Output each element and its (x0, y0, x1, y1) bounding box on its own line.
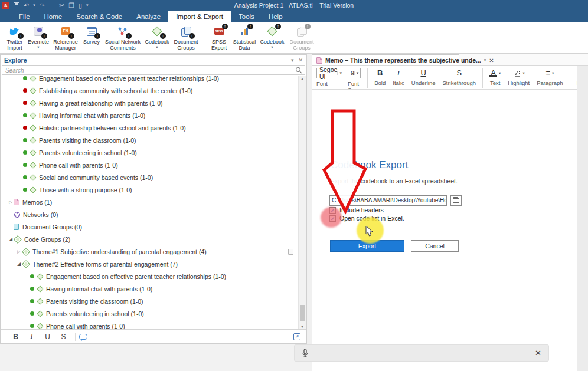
italic-button[interactable]: I Italic (389, 68, 408, 86)
bold-button[interactable]: B (8, 333, 24, 341)
green-status-dot (23, 150, 27, 155)
expander-icon[interactable]: ▷ (8, 200, 14, 205)
tab-search-code[interactable]: Search & Code (69, 11, 129, 22)
code-diamond-icon (30, 149, 36, 156)
expander-icon[interactable]: ◢ (8, 237, 14, 242)
scroll-up-icon[interactable]: ▲ (299, 77, 306, 81)
paste-dropdown-icon[interactable]: ▾ (86, 3, 89, 8)
code-diamond-icon (30, 124, 36, 131)
tree-item-label: Code Groups (2) (24, 236, 70, 243)
import-arrow-icon: ↓ (18, 33, 24, 39)
tree-item-label: Parents volunteering in school (1-0) (39, 149, 137, 156)
underline-button[interactable]: U (40, 333, 55, 341)
survey-button[interactable]: ↓Survey (80, 24, 103, 51)
strikethrough-button[interactable]: S Strikethrough (439, 68, 479, 86)
font-label: Font (316, 80, 344, 87)
insert-button[interactable]: Inse (573, 68, 577, 86)
bold-button[interactable]: B Bold (371, 68, 389, 86)
tree-item[interactable]: ▷Theme#1 Subjective understanding of par… (1, 245, 298, 258)
tree-item[interactable]: Engagement based on effective parent tea… (1, 270, 298, 283)
tab-home[interactable]: Home (37, 11, 70, 22)
codebook-button[interactable]: ↓Codebook▾ (143, 24, 171, 51)
tree-item[interactable]: Having informal chat with parents (1-0) (1, 283, 298, 295)
tree-item[interactable]: Document Groups (0) (1, 221, 298, 233)
explore-tree: Engagement based on effective parent tea… (1, 76, 298, 329)
tree-item[interactable]: Social and community based events (1-0) (1, 171, 298, 183)
document-groups-button[interactable]: ↓Document Groups (171, 24, 201, 51)
undo-icon[interactable]: ↶ (24, 2, 29, 9)
tab-help[interactable]: Help (262, 11, 290, 22)
tree-item[interactable]: Establishing a community with school at … (1, 84, 298, 97)
tree-item[interactable]: ◢Theme#2 Effective forms of parental eng… (1, 258, 298, 270)
tree-item[interactable]: Those with a strong purpose (1-0) (1, 183, 298, 196)
underline-button[interactable]: U Underline (408, 68, 439, 86)
tab-file[interactable]: File (12, 11, 37, 22)
tree-item[interactable]: ◢Code Groups (2) (1, 233, 298, 245)
tree-item[interactable]: Having a great relationship with parents… (1, 97, 298, 109)
open-external-icon[interactable]: ↗ (293, 333, 300, 340)
tree-item[interactable]: Phone call with parents (1-0) (1, 159, 298, 171)
memo-tab[interactable]: Memo – This theme represents the subject… (312, 54, 459, 65)
import-arrow-icon: ↓ (160, 33, 166, 39)
dictation-bar[interactable]: ✕ (294, 344, 549, 362)
twitter-import-button[interactable]: ↓Twitter Import (4, 24, 26, 51)
tab-analyze[interactable]: Analyze (129, 11, 168, 22)
tree-item[interactable]: Parents volunteering in school (1-0) (1, 307, 298, 320)
tree-item[interactable]: Engagement based on effective parent tea… (1, 76, 298, 84)
paste-icon[interactable]: ▯ (79, 2, 82, 9)
tree-item[interactable]: Parents visiting the classroom (1-0) (1, 134, 298, 146)
tab-tools[interactable]: Tools (231, 11, 262, 22)
code-diamond-icon (37, 285, 43, 292)
undo-dropdown-icon[interactable]: ▾ (33, 3, 35, 8)
highlight-button[interactable]: ▾ Highlight (504, 68, 533, 86)
expander-icon[interactable]: ◢ (16, 261, 22, 267)
reference-manager-button[interactable]: EN↓Reference Manager (51, 24, 80, 51)
panel-menu-icon[interactable]: ▾ (291, 57, 294, 63)
tree-item[interactable]: Networks (0) (1, 208, 298, 221)
tree-scrollbar[interactable]: ▲ ▼ (298, 76, 306, 329)
tree-item[interactable]: Parents visiting the classroom (1-0) (1, 295, 298, 307)
evernote-button[interactable]: ↓Evernote▾ (26, 24, 51, 51)
social-network-comments-button[interactable]: ↓Social Network Comments (103, 24, 143, 51)
export-path-input[interactable]: C:\Users\BABA AMARI\Desktop\Youtube\How … (329, 195, 447, 206)
italic-button[interactable]: I (24, 332, 40, 341)
include-headers-checkbox[interactable]: ✓ (329, 207, 336, 214)
panel-close-icon[interactable]: ✕ (298, 57, 303, 63)
tree-item-label: Phone call with parents (1-0) (39, 162, 118, 169)
close-icon[interactable]: ✕ (535, 349, 541, 357)
tree-item[interactable]: Having informal chat with parents (1-0) (1, 109, 298, 122)
tab-dropdown-icon[interactable]: ▾ (484, 58, 486, 63)
comment-icon[interactable] (79, 334, 87, 340)
tree-item[interactable]: Parents volunteering in school (1-0) (1, 146, 298, 159)
explore-search[interactable]: Search (2, 65, 305, 75)
strikethrough-button[interactable]: S (55, 333, 71, 341)
cut-icon[interactable]: ✂ (59, 2, 64, 9)
spss-export-button[interactable]: SPSS↑SPSS Export (207, 24, 231, 51)
tree-item[interactable]: ▷Memos (1) (1, 196, 298, 208)
tree-item[interactable]: Phone call with parents (1-0) (1, 320, 298, 329)
browse-button[interactable] (450, 195, 462, 206)
tree-item-label: Networks (0) (23, 211, 58, 218)
tab-close-icon[interactable]: ✕ (489, 57, 494, 64)
text-color-button[interactable]: A▾ Text (486, 68, 504, 86)
tab-import-export[interactable]: Import & Export (168, 11, 231, 22)
codebook-button[interactable]: ↑Codebook▾ (258, 24, 286, 51)
save-icon[interactable] (14, 2, 19, 8)
open-in-excel-checkbox[interactable]: ✓ (329, 215, 336, 222)
chevron-down-icon: ▾ (499, 71, 501, 75)
expander-icon[interactable]: ▷ (16, 249, 22, 254)
scrollbar-thumb[interactable] (300, 305, 305, 321)
import-arrow-icon: ↓ (126, 33, 132, 39)
font-size-select[interactable]: 9 ▾ (348, 68, 361, 78)
statistical-data-button[interactable]: ↑Statistical Data (231, 24, 258, 51)
green-status-dot (30, 311, 34, 316)
export-button[interactable]: Export (330, 240, 404, 252)
scroll-down-icon[interactable]: ▼ (299, 324, 306, 329)
statistics-icon (241, 27, 248, 35)
paragraph-button[interactable]: ≡▾ Paragraph (533, 68, 566, 86)
code-diamond-icon (37, 323, 43, 329)
copy-icon[interactable]: ❐ (68, 2, 74, 9)
tree-item[interactable]: Holistic partnership between school and … (1, 122, 298, 134)
cancel-button[interactable]: Cancel (411, 240, 459, 252)
font-family-select[interactable]: Segoe UI ▾ (316, 68, 344, 78)
